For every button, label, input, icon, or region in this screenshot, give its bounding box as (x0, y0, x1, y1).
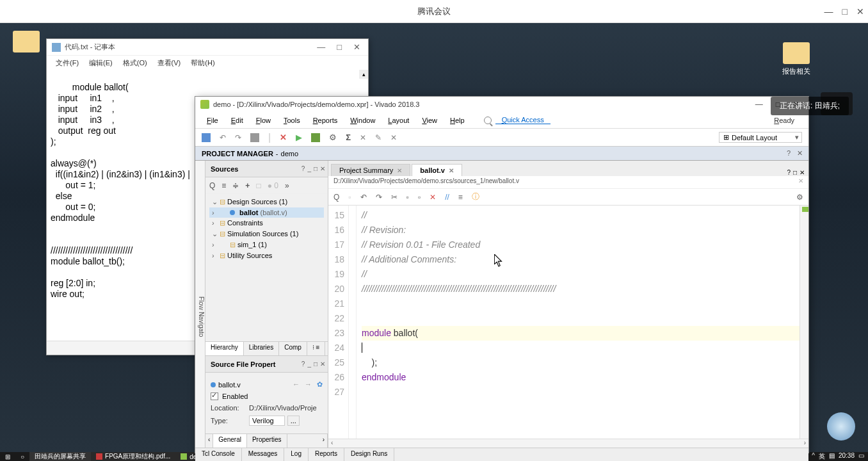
desktop-folder-1[interactable] (13, 31, 40, 55)
ballot-file-node[interactable]: ballot (ballot.v) (209, 207, 324, 218)
tab-libraries[interactable]: Libraries (244, 342, 279, 355)
help-icon[interactable]: ? (301, 360, 305, 368)
menu-view[interactable]: View (415, 117, 444, 124)
tray-time[interactable]: 20:38 (839, 452, 855, 461)
tray-notifications[interactable]: ▭ (858, 452, 864, 461)
redo-button[interactable]: ↷ (235, 133, 241, 142)
close-button[interactable]: ✕ (351, 42, 363, 52)
cut-icon[interactable]: ✂ (391, 193, 398, 202)
cancel-button[interactable]: ✕ (280, 133, 287, 142)
delete-icon[interactable]: ✕ (430, 193, 436, 202)
tray-network-icon[interactable]: ▤ (829, 452, 835, 461)
menu-file[interactable]: 文件(F) (52, 58, 83, 68)
indent-icon[interactable]: ≡ (458, 193, 463, 202)
menu-help[interactable]: 帮助(H) (187, 58, 218, 68)
tray-lang[interactable]: 英 (819, 452, 825, 461)
close-icon[interactable]: ✕ (397, 167, 402, 174)
maximize-icon[interactable]: □ (314, 165, 317, 172)
taskbar-sharing[interactable]: 田靖兵的屏幕共享 (29, 452, 91, 461)
maximize-button[interactable]: □ (334, 42, 344, 52)
tab-properties[interactable]: Properties (247, 434, 287, 448)
prev-button[interactable]: ← (293, 380, 300, 389)
maximize-icon[interactable]: □ (793, 169, 797, 176)
toolbar-opt[interactable]: □ (256, 181, 261, 190)
close-icon[interactable]: ✕ (320, 165, 325, 172)
paste-icon[interactable]: ▫ (418, 193, 421, 202)
minimize-icon[interactable]: _ (307, 165, 311, 172)
horizontal-scrollbar[interactable]: ‹ › (328, 439, 808, 448)
close-panel-button[interactable]: ✕ (795, 149, 805, 158)
search-icon[interactable]: Q (209, 181, 215, 190)
next-button[interactable]: → (305, 380, 312, 389)
menu-help[interactable]: Help (444, 117, 471, 124)
notepad-titlebar[interactable]: 代码.txt - 记事本 — □ ✕ (47, 39, 368, 56)
settings-button[interactable]: ⚙ (329, 133, 337, 142)
menu-view[interactable]: 查看(V) (154, 58, 185, 68)
tab-messages[interactable]: Messages (242, 448, 285, 461)
participant-avatar[interactable] (827, 412, 855, 441)
tab-log[interactable]: Log (284, 448, 309, 461)
tab-compile[interactable]: Comp (279, 342, 307, 355)
utility-sources-node[interactable]: ⊟ Utility Sources (209, 250, 324, 261)
flow-navigator-tab[interactable]: Flow Navigato (195, 161, 205, 448)
help-icon[interactable]: ? (301, 165, 305, 172)
menu-flow[interactable]: Flow (250, 117, 277, 124)
maximize-icon[interactable]: □ (314, 360, 317, 368)
code-editor[interactable]: 15161718192021222324252627 // // Revisio… (328, 206, 808, 439)
quick-access[interactable]: Quick Access (484, 116, 551, 124)
close-subtab-icon[interactable]: ✕ (798, 177, 803, 184)
close-icon[interactable]: ✕ (800, 169, 805, 176)
add-button[interactable]: + (245, 181, 250, 190)
help-button[interactable]: ? (785, 149, 792, 158)
simulation-sources-node[interactable]: ⊟ Simulation Sources (1) (209, 229, 324, 239)
menu-reports[interactable]: Reports (307, 117, 344, 124)
more-icon[interactable]: » (285, 181, 289, 190)
redo-icon[interactable]: ↷ (376, 193, 382, 202)
menu-tools[interactable]: Tools (277, 117, 307, 124)
save-button[interactable] (202, 133, 211, 142)
tab-ballot[interactable]: ballot.v✕ (412, 164, 462, 176)
help-icon[interactable]: ? (787, 169, 791, 176)
info-icon[interactable]: ⓘ (472, 191, 479, 202)
save-icon[interactable]: ▫ (348, 193, 351, 202)
expand-icon[interactable]: ≑ (232, 181, 239, 190)
scroll-right-icon[interactable]: › (804, 439, 806, 448)
menu-format[interactable]: 格式(O) (119, 58, 151, 68)
tab-reports[interactable]: Reports (309, 448, 344, 461)
tab-more[interactable]: ⁝ ≡ (307, 342, 326, 355)
menu-edit[interactable]: 编辑(E) (85, 58, 117, 68)
enabled-checkbox[interactable] (211, 392, 218, 400)
tab-hierarchy[interactable]: Hierarchy (205, 342, 244, 355)
toolbar-btn-2[interactable]: ✎ (375, 133, 382, 142)
vivado-titlebar[interactable]: demo - [D:/Xilinx/Vivado/Projects/demo/d… (195, 97, 808, 112)
tab-project-summary[interactable]: Project Summary✕ (331, 164, 410, 176)
close-icon[interactable]: ✕ (320, 360, 325, 368)
start-button[interactable]: ⊞ (0, 452, 15, 461)
layout-dropdown[interactable]: ⊞ Default Layout (719, 132, 802, 143)
menu-file[interactable]: File (200, 117, 225, 124)
collapse-icon[interactable]: ≡ (221, 181, 226, 190)
undo-icon[interactable]: ↶ (360, 193, 367, 202)
toolbar-opt2[interactable]: ● 0 (268, 181, 278, 190)
system-tray[interactable]: ^ 英 ▤ 20:38 ▭ (812, 452, 868, 461)
menu-edit[interactable]: Edit (225, 117, 250, 124)
sigma-button[interactable]: Σ (346, 133, 351, 142)
code-content[interactable]: // // Revision: // Revision 0.01 - File … (357, 206, 808, 439)
toolbar-btn-3[interactable]: ✕ (390, 133, 397, 142)
close-button[interactable]: ✕ (856, 6, 864, 17)
scroll-left-icon[interactable]: ‹ (331, 439, 333, 448)
minimize-icon[interactable]: _ (307, 360, 311, 368)
tab-design-runs[interactable]: Design Runs (344, 448, 394, 461)
toolbar-btn-1[interactable]: ✕ (360, 133, 366, 142)
undo-button[interactable]: ↶ (220, 133, 226, 142)
editor-settings-icon[interactable]: ⚙ (796, 193, 803, 202)
minimize-button[interactable]: — (314, 42, 328, 52)
maximize-button[interactable]: □ (842, 6, 848, 17)
run-button[interactable]: ▶ (296, 133, 302, 142)
search-icon[interactable]: Q (334, 193, 339, 202)
fold-gutter[interactable] (349, 206, 357, 439)
type-select[interactable]: Verilog (249, 416, 285, 426)
scroll-up-button[interactable]: ▴ (359, 70, 368, 79)
sources-tree[interactable]: ⊟ Design Sources (1) ballot (ballot.v) ⊟… (205, 194, 328, 341)
menu-window[interactable]: Window (344, 117, 382, 124)
